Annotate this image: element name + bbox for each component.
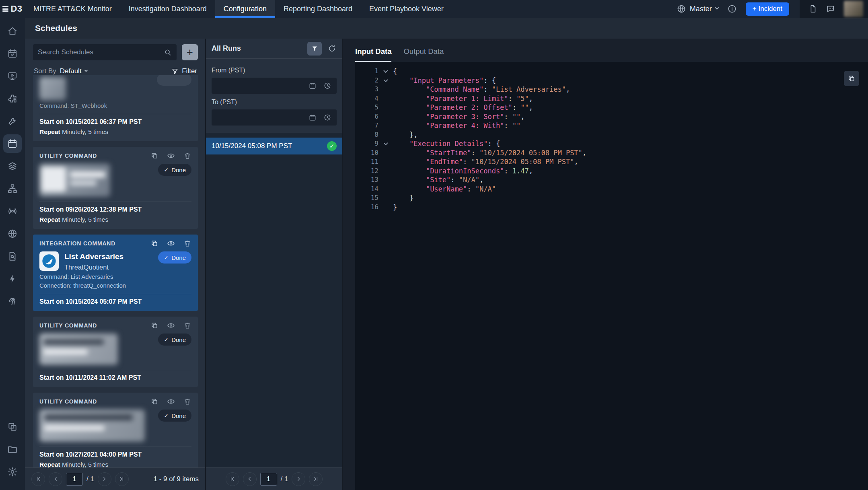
fold-gutter xyxy=(378,85,393,94)
line-number: 14 xyxy=(355,185,378,194)
document-button[interactable] xyxy=(808,4,817,13)
run-detail-panel: Input Data Output Data 1{2 "Input Parame… xyxy=(343,39,868,490)
sidebar-item-broadcast[interactable] xyxy=(3,202,22,220)
search-input[interactable] xyxy=(38,48,164,56)
master-dropdown[interactable]: Master xyxy=(677,4,718,14)
tab-output-data[interactable]: Output Data xyxy=(403,47,444,62)
code-text: }, xyxy=(393,130,418,140)
run-item-selected[interactable]: 10/15/2024 05:08 PM PST ✓ xyxy=(206,138,342,154)
done-badge: ✓Done xyxy=(158,410,191,422)
code-line: 9 "Execution Details": { xyxy=(355,139,868,148)
fold-chevron-icon[interactable] xyxy=(378,139,393,148)
copy-code-button[interactable] xyxy=(844,71,859,86)
eye-icon[interactable] xyxy=(167,321,175,329)
items-count-label: 1 - 9 of 9 items xyxy=(154,475,199,483)
eye-icon[interactable] xyxy=(167,152,175,160)
schedules-filter-button[interactable]: Filter xyxy=(171,67,197,75)
calendar-icon[interactable] xyxy=(309,113,317,121)
connection-label: Connection: threatQ_connection xyxy=(39,282,191,289)
code-line: 5 "Parameter 2: Offset": "", xyxy=(355,103,868,112)
runs-filter-button[interactable] xyxy=(307,42,322,56)
filter-label: Filter xyxy=(182,67,197,75)
sidebar-item-geo[interactable] xyxy=(3,224,22,243)
eye-icon[interactable] xyxy=(167,397,175,406)
app-logo[interactable]: D3 xyxy=(0,0,25,18)
eye-icon[interactable] xyxy=(167,239,175,247)
line-number: 13 xyxy=(355,175,378,185)
runs-refresh-button[interactable] xyxy=(327,44,337,53)
copy-icon[interactable] xyxy=(150,321,158,329)
check-icon: ✓ xyxy=(164,412,169,419)
schedule-card-selected[interactable]: INTEGRATION COMMAND xyxy=(33,235,198,311)
nav-reporting-dashboard[interactable]: Reporting Dashboard xyxy=(275,0,361,18)
sort-dropdown[interactable]: Default xyxy=(60,67,87,75)
first-page-icon xyxy=(35,476,42,482)
sidebar-item-utilities[interactable] xyxy=(3,112,22,130)
nav-event-playbook-viewer[interactable]: Event Playbook Viewer xyxy=(361,0,452,18)
start-label: Start on 10/27/2021 04:00 PM PST xyxy=(39,451,191,458)
nav-configuration[interactable]: Configuration xyxy=(215,0,275,18)
info-button[interactable] xyxy=(727,4,737,14)
trash-icon[interactable] xyxy=(183,397,191,406)
sidebar-item-integrations[interactable] xyxy=(3,89,22,108)
copy-icon[interactable] xyxy=(150,152,158,160)
clock-icon[interactable] xyxy=(323,113,331,121)
clock-icon[interactable] xyxy=(323,82,331,90)
user-avatar[interactable] xyxy=(844,1,863,17)
sidebar-item-data-layers[interactable] xyxy=(3,157,22,175)
incident-button[interactable]: + Incident xyxy=(746,2,789,16)
broadcast-icon xyxy=(7,206,18,216)
schedule-card[interactable]: UTILITY COMMAND ✓Done Star xyxy=(33,393,198,467)
sidebar-item-files[interactable] xyxy=(3,440,22,459)
schedules-pagination: 1 / 1 1 - 9 of 9 items xyxy=(25,467,205,490)
code-text: "Parameter 4: With": "" xyxy=(393,121,520,130)
line-number: 11 xyxy=(355,157,378,167)
sidebar-item-home[interactable] xyxy=(3,22,22,40)
sidebar-item-windows[interactable] xyxy=(3,418,22,436)
trash-icon[interactable] xyxy=(183,152,191,160)
search-icon xyxy=(164,48,172,56)
next-page-button[interactable] xyxy=(292,472,305,486)
calendar-icon[interactable] xyxy=(309,82,317,90)
chat-button[interactable] xyxy=(826,4,835,13)
page-number-input[interactable]: 1 xyxy=(66,473,83,486)
to-date-input[interactable] xyxy=(212,109,337,126)
fold-chevron-icon[interactable] xyxy=(378,76,393,85)
fold-chevron-icon[interactable] xyxy=(378,67,393,76)
card-type-label: INTEGRATION COMMAND xyxy=(39,240,115,247)
sidebar-item-identity[interactable] xyxy=(3,292,22,311)
copy-icon[interactable] xyxy=(150,397,158,406)
sidebar-item-schedules[interactable] xyxy=(3,134,22,153)
sidebar-item-automation[interactable] xyxy=(3,270,22,288)
add-schedule-button[interactable]: + xyxy=(182,44,198,60)
last-page-button[interactable] xyxy=(115,472,129,486)
trash-icon[interactable] xyxy=(183,239,191,247)
schedule-card[interactable]: UTILITY COMMAND ✓Done Star xyxy=(33,317,198,387)
calendar-icon xyxy=(7,138,18,149)
copy-icon[interactable] xyxy=(150,239,158,247)
sidebar-item-doc-search[interactable] xyxy=(3,247,22,266)
page-number-input[interactable]: 1 xyxy=(260,473,277,486)
nav-mitre-attck-monitor[interactable]: MITRE ATT&CK Monitor xyxy=(25,0,120,18)
next-page-button[interactable] xyxy=(98,472,111,486)
line-number: 15 xyxy=(355,194,378,203)
tab-input-data[interactable]: Input Data xyxy=(355,47,391,62)
sidebar-item-hierarchy[interactable] xyxy=(3,179,22,198)
nav-investigation-dashboard[interactable]: Investigation Dashboard xyxy=(120,0,215,18)
trash-icon[interactable] xyxy=(183,321,191,329)
fold-gutter xyxy=(378,103,393,112)
sidebar-item-events[interactable] xyxy=(3,44,22,63)
from-date-input[interactable] xyxy=(212,78,337,94)
prev-page-button[interactable] xyxy=(243,472,257,486)
prev-page-button[interactable] xyxy=(49,472,62,486)
sidebar-item-monitor[interactable] xyxy=(3,67,22,85)
first-page-button[interactable] xyxy=(226,472,239,486)
sidebar-item-settings[interactable] xyxy=(3,463,22,481)
schedule-card[interactable]: Command: ST_Webhook Start on 10/15/2021 … xyxy=(33,75,198,141)
code-text: "Site": "N/A", xyxy=(393,175,483,185)
first-page-button[interactable] xyxy=(31,472,45,486)
last-page-button[interactable] xyxy=(309,472,323,486)
code-line: 6 "Parameter 3: Sort": "", xyxy=(355,112,868,121)
schedule-card[interactable]: UTILITY COMMAND ✓Done Star xyxy=(33,147,198,229)
globe-pin-icon xyxy=(7,229,18,239)
